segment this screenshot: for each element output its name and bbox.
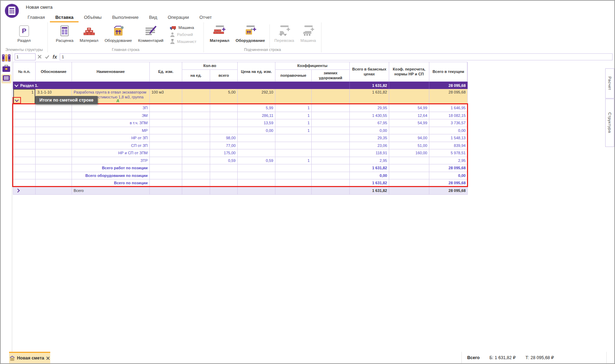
cell[interactable] <box>13 179 36 187</box>
cell[interactable]: 839,94 <box>429 142 468 150</box>
cell[interactable]: 13,59 <box>238 119 275 127</box>
cell[interactable] <box>210 112 238 120</box>
projects-rail-button[interactable] <box>1 64 11 73</box>
razdel-button[interactable]: P Раздел <box>14 25 34 43</box>
header-coef-group[interactable]: Коэффициенты <box>275 62 350 70</box>
detail-row[interactable]: ЭМ286,1111 430,5512,6418 082,15 <box>13 112 467 120</box>
sub-material-button[interactable]: Материал <box>207 25 232 43</box>
cell[interactable] <box>36 104 72 112</box>
cell[interactable] <box>13 187 36 195</box>
cell[interactable] <box>150 104 182 112</box>
detail-row[interactable]: в т.ч. ЗПМ13,59167,9554,993 736,57 <box>13 119 467 127</box>
detail-row[interactable]: Всего оборудования по позиции0,000,00 <box>13 172 467 180</box>
cell[interactable]: 1 646,95 <box>429 104 468 112</box>
cell[interactable]: Всего по позиции <box>72 179 150 187</box>
rascenka-button[interactable]: Расценка <box>53 25 76 43</box>
cell[interactable]: 28 095,68 <box>429 164 468 172</box>
cell[interactable] <box>182 172 210 180</box>
cell[interactable] <box>238 187 275 195</box>
cell[interactable] <box>36 179 72 187</box>
cell[interactable]: 1 631,82 <box>350 89 389 104</box>
cell[interactable] <box>150 149 182 157</box>
cell[interactable]: ЗТР <box>72 157 150 165</box>
cell[interactable] <box>36 142 72 150</box>
cell[interactable]: 51,00 <box>389 142 429 150</box>
cell[interactable] <box>36 187 72 195</box>
cell[interactable] <box>36 127 72 135</box>
cell[interactable] <box>210 179 238 187</box>
cell[interactable]: 160,00 <box>389 149 429 157</box>
cell[interactable] <box>13 164 36 172</box>
estimate-rail-button[interactable] <box>1 74 11 83</box>
cell[interactable]: 0,00 <box>429 172 468 180</box>
cell[interactable] <box>210 127 238 135</box>
header-unit[interactable]: Ед. изм. <box>150 62 182 82</box>
cell[interactable] <box>312 119 350 127</box>
cell[interactable]: 1 <box>275 112 312 120</box>
cell[interactable]: 0,59 <box>238 157 275 165</box>
cell[interactable]: 18 082,15 <box>429 112 468 120</box>
detail-row[interactable]: ЗТР0,590,5912,952,95 <box>13 157 467 165</box>
header-coef-winter[interactable]: зимних удорожаний <box>312 70 350 82</box>
cell[interactable]: 12,64 <box>389 112 429 120</box>
cell[interactable] <box>182 157 210 165</box>
cell[interactable]: 0,00 <box>350 172 389 180</box>
resize-grip[interactable] <box>607 352 614 363</box>
header-qty-group[interactable]: Кол-во <box>182 62 238 70</box>
cell[interactable]: 0,59 <box>210 157 238 165</box>
cell[interactable] <box>150 112 182 120</box>
cell[interactable] <box>389 172 429 180</box>
cell[interactable] <box>312 157 350 165</box>
cell[interactable]: 28 095,68 <box>429 187 468 195</box>
cell[interactable] <box>238 172 275 180</box>
detail-row[interactable]: НР и СП от ЗПМ175,00118,91160,005 978,51 <box>13 149 467 157</box>
cell[interactable] <box>389 187 429 195</box>
oborudovanie-button[interactable]: Оборудование <box>102 25 135 43</box>
cell-reference-input[interactable] <box>15 53 36 60</box>
cell[interactable]: 28 095,68 <box>429 82 468 89</box>
cell[interactable] <box>13 149 36 157</box>
cell[interactable] <box>312 142 350 150</box>
tab-vid[interactable]: Вид <box>144 13 163 22</box>
cell[interactable] <box>150 157 182 165</box>
cell[interactable]: НР и СП от ЗПМ <box>72 149 150 157</box>
header-basis[interactable]: Обоснование <box>36 62 72 82</box>
cell[interactable] <box>36 149 72 157</box>
cell[interactable] <box>13 134 36 142</box>
collapse-section-icon[interactable] <box>14 83 18 87</box>
cell[interactable] <box>275 89 312 104</box>
cell[interactable] <box>238 164 275 172</box>
cell[interactable] <box>36 164 72 172</box>
expand-item-totals-button[interactable] <box>13 97 21 104</box>
tab-obyomy[interactable]: Объёмы <box>79 13 107 22</box>
cell[interactable] <box>150 119 182 127</box>
cell[interactable] <box>312 164 350 172</box>
cell[interactable] <box>210 119 238 127</box>
header-coef-adj[interactable]: поправочные <box>275 70 312 82</box>
cell[interactable] <box>312 127 350 135</box>
mashina-button[interactable]: Машина <box>170 24 197 31</box>
cell[interactable] <box>312 89 350 104</box>
cancel-entry-button[interactable] <box>36 53 43 60</box>
cell[interactable]: 1 631,82 <box>350 187 389 195</box>
cell[interactable]: 54,99 <box>389 104 429 112</box>
cell[interactable] <box>13 112 36 120</box>
app-logo-icon[interactable] <box>5 4 19 18</box>
cell[interactable] <box>150 172 182 180</box>
cell[interactable] <box>150 127 182 135</box>
cell[interactable] <box>275 149 312 157</box>
header-total-basis[interactable]: Всего в базисных ценах <box>350 62 389 82</box>
header-qty-total[interactable]: всего <box>210 70 238 82</box>
cell[interactable] <box>36 134 72 142</box>
header-num[interactable]: № п.п. <box>13 62 36 82</box>
tab-vypolnenie[interactable]: Выполнение <box>107 13 144 22</box>
sub-oborudovanie-button[interactable]: Оборудование <box>232 25 268 43</box>
cell[interactable]: СП от ЗП <box>72 142 150 150</box>
tab-operacii[interactable]: Операции <box>162 13 194 22</box>
cell[interactable]: 2,95 <box>429 157 468 165</box>
kommentarij-button[interactable]: Комментарий <box>135 25 166 43</box>
cell[interactable]: Раздел 1. <box>13 82 350 89</box>
cell[interactable]: 5 978,51 <box>429 149 468 157</box>
cell[interactable] <box>238 142 275 150</box>
cell[interactable] <box>389 82 429 89</box>
